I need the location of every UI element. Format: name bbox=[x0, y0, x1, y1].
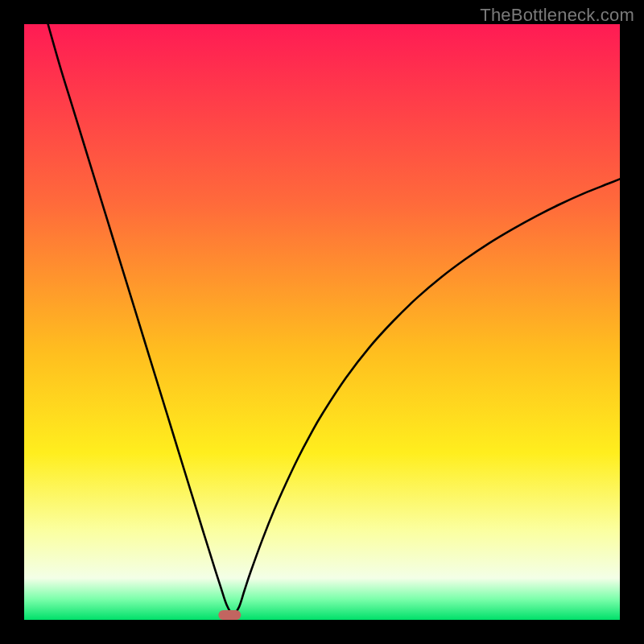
watermark-text: TheBottleneck.com bbox=[480, 5, 634, 26]
chart-frame: TheBottleneck.com bbox=[0, 0, 644, 644]
gradient-background bbox=[24, 24, 620, 620]
chart-canvas bbox=[24, 24, 620, 620]
minimum-marker bbox=[218, 610, 241, 620]
plot-area bbox=[24, 24, 620, 620]
